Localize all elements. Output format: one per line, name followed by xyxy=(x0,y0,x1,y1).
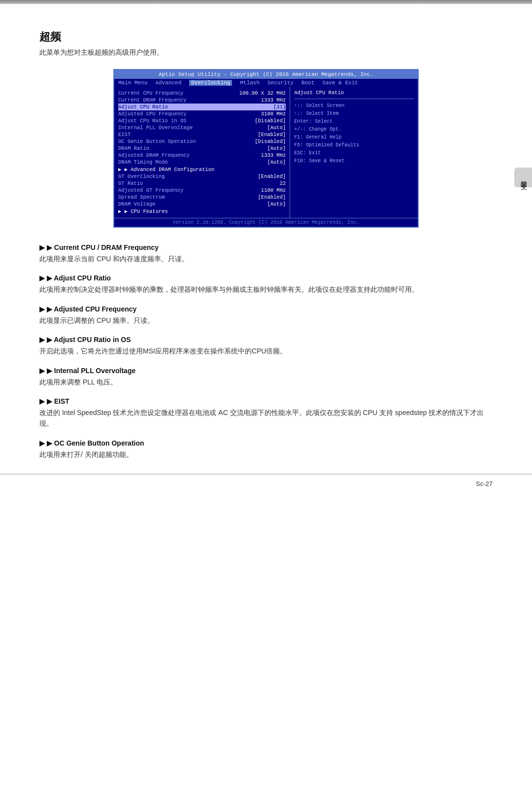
bios-row-value: [Auto] xyxy=(267,125,286,131)
bios-row-value: 1333 MHz xyxy=(261,152,286,158)
nav-advanced: Advanced xyxy=(155,80,181,86)
bios-row-label: ▶ CPU Features xyxy=(118,208,168,214)
section-body-oc-genie: 此项用来打开/ 关闭超频功能。 xyxy=(39,449,493,460)
key-help-line: ↑↓: Select Item xyxy=(294,110,414,118)
key-help-line: +/-: Change Opt. xyxy=(294,126,414,134)
bios-row: Current CPU Frequency100.00 X 32 MHz xyxy=(118,90,286,97)
bios-row-value: [Auto] xyxy=(267,145,286,151)
bios-row: ▶ CPU Features xyxy=(118,208,286,215)
bios-nav: Main Menu Advanced Overclocking Mtlash S… xyxy=(114,79,418,87)
section-adjusted-cpu-frequency: ▶ Adjusted CPU Frequency此项显示已调整的 CPU 频率。… xyxy=(39,305,493,326)
bios-row: Adjust CPU Ratio in OS[Disabled] xyxy=(118,117,286,124)
bios-row: EIST[Enabled] xyxy=(118,131,286,138)
bios-row-label: Adjusted DRAM Frequency xyxy=(118,152,190,158)
section-title-adjusted-cpu-frequency: ▶ Adjusted CPU Frequency xyxy=(39,305,493,313)
section-body-adjust-cpu-ratio-os: 开启此选项，它将允许您通过使用MSI应用程序来改变在操作系统中的CPU倍频。 xyxy=(39,346,493,356)
key-help-line: ESC: Exit xyxy=(294,149,414,157)
bios-row: DRAM Timing Mode[Auto] xyxy=(118,159,286,166)
bios-row-value: [Disabled] xyxy=(255,139,286,144)
bios-row: Current DRAM Frequency1333 MHz xyxy=(118,97,286,104)
bios-row-value: [31] xyxy=(273,104,286,110)
bios-row-value: [Auto] xyxy=(267,201,286,207)
bios-row-label: ▶ Advanced DRAM Configuration xyxy=(118,166,214,173)
bios-footer: Version 2.10.1208, Copyright (C) 2010 Am… xyxy=(114,218,418,227)
bios-right-panel: Adjust CPU Ratio ↑↓: Select Screen↑↓: Se… xyxy=(290,87,418,218)
section-adjust-cpu-ratio-os: ▶ Adjust CPU Ratio in OS开启此选项，它将允许您通过使用M… xyxy=(39,336,493,356)
key-help-line: ↑↓: Select Screen xyxy=(294,102,414,110)
bios-row: GT Ratio22 xyxy=(118,180,286,187)
section-title-oc-genie: ▶ OC Genie Button Operation xyxy=(39,439,493,447)
bios-row-label: DRAM Voltage xyxy=(118,201,156,207)
section-adjust-cpu-ratio: ▶ Adjust CPU Ratio此项用来控制决定处理器时钟频率的乘数，处理器… xyxy=(39,274,493,295)
section-title-adjust-cpu-ratio: ▶ Adjust CPU Ratio xyxy=(39,274,493,282)
key-help-line: F1: General Help xyxy=(294,134,414,141)
side-tab: 繁體中文 xyxy=(514,168,532,187)
bios-row-label: GT OverClocking xyxy=(118,173,165,179)
bios-row: DRAM Voltage[Auto] xyxy=(118,201,286,208)
page-subtitle: 此菜单为想对主板超频的高级用户使用。 xyxy=(39,48,493,57)
section-internal-pll: ▶ Internal PLL Overvoltage此项用来调整 PLL 电压。 xyxy=(39,367,493,387)
bios-row-value: 1333 MHz xyxy=(261,97,286,103)
bios-row-label: Adjust CPU Ratio xyxy=(118,104,168,110)
bios-row: Adjusted CPU Frequency3100 MHz xyxy=(118,110,286,117)
bottom-bar xyxy=(0,474,532,475)
bios-row: ▶ Advanced DRAM Configuration xyxy=(118,166,286,173)
bios-row-label: EIST xyxy=(118,132,131,138)
page-number: Sc-27 xyxy=(476,480,493,487)
bios-row-value: [Disabled] xyxy=(255,118,286,124)
bios-row: Spread Spectrum[Enabled] xyxy=(118,194,286,201)
nav-security: Security xyxy=(267,80,294,86)
bios-row: Adjust CPU Ratio[31] xyxy=(118,104,286,110)
bios-row: Internal PLL Overvoltage[Auto] xyxy=(118,124,286,131)
bios-rows: Current CPU Frequency100.00 X 32 MHzCurr… xyxy=(118,90,286,215)
key-help-line: F10: Save & Reset xyxy=(294,157,414,165)
section-body-eist: 改进的 Intel SpeedStep 技术允许您设定微处理器在电池或 AC 交… xyxy=(39,407,493,429)
bios-row-label: OC Genie Button Operation xyxy=(118,139,196,144)
key-help-line: Enter: Select xyxy=(294,118,414,126)
nav-overclocking: Overclocking xyxy=(189,80,232,86)
section-body-current-cpu-dram: 此项用来显示当前 CPU 和内存速度频率。只读。 xyxy=(39,253,493,264)
page-title: 超频 xyxy=(39,30,493,44)
nav-mtlash: Mtlash xyxy=(240,80,260,86)
bios-row-label: Current DRAM Frequency xyxy=(118,97,187,103)
bios-row-label: DRAM Timing Mode xyxy=(118,159,168,165)
bios-key-help: ↑↓: Select Screen↑↓: Select ItemEnter: S… xyxy=(294,102,414,165)
section-current-cpu-dram: ▶ Current CPU / DRAM Frequency此项用来显示当前 C… xyxy=(39,243,493,264)
section-body-adjust-cpu-ratio: 此项用来控制决定处理器时钟频率的乘数，处理器时钟频率与外频或主板时钟频率有关。此… xyxy=(39,284,493,295)
bios-row-value: 100.00 X 32 MHz xyxy=(239,90,286,96)
nav-boot: Boot xyxy=(301,80,314,86)
section-eist: ▶ EIST改进的 Intel SpeedStep 技术允许您设定微处理器在电池… xyxy=(39,397,493,429)
bios-screenshot: Aptio Setup Utility - Copyright (C) 2010… xyxy=(113,69,419,228)
bios-row-value: 3100 MHz xyxy=(261,111,286,117)
section-oc-genie: ▶ OC Genie Button Operation此项用来打开/ 关闭超频功… xyxy=(39,439,493,460)
bios-row-label: Current CPU Frequency xyxy=(118,90,183,96)
section-title-eist: ▶ EIST xyxy=(39,397,493,405)
bios-row: OC Genie Button Operation[Disabled] xyxy=(118,138,286,145)
bios-row-label: Internal PLL Overvoltage xyxy=(118,125,193,131)
bios-row: DRAM Ratio[Auto] xyxy=(118,145,286,152)
bios-left-panel: Current CPU Frequency100.00 X 32 MHzCurr… xyxy=(114,87,290,218)
bios-header: Aptio Setup Utility - Copyright (C) 2010… xyxy=(114,70,418,79)
bios-body: Current CPU Frequency100.00 X 32 MHzCurr… xyxy=(114,87,418,218)
bios-row: GT OverClocking[Enabled] xyxy=(118,173,286,180)
bios-row-value: [Enabled] xyxy=(258,132,286,138)
bios-help-title: Adjust CPU Ratio xyxy=(294,90,414,96)
section-title-internal-pll: ▶ Internal PLL Overvoltage xyxy=(39,367,493,375)
bios-row: Adjusted DRAM Frequency1333 MHz xyxy=(118,152,286,159)
bios-row-value: [Enabled] xyxy=(258,194,286,200)
bios-row-label: GT Ratio xyxy=(118,180,143,186)
bios-row: Adjusted GT Frequency1100 MHz xyxy=(118,187,286,194)
bios-row-value: 1100 MHz xyxy=(261,187,286,193)
bios-row-label: Adjusted GT Frequency xyxy=(118,187,183,193)
bios-row-value: [Enabled] xyxy=(258,173,286,179)
bios-row-label: DRAM Ratio xyxy=(118,145,149,151)
section-title-adjust-cpu-ratio-os: ▶ Adjust CPU Ratio in OS xyxy=(39,336,493,344)
bios-row-label: Spread Spectrum xyxy=(118,194,165,200)
bios-row-label: Adjust CPU Ratio in OS xyxy=(118,118,187,124)
sections-container: ▶ Current CPU / DRAM Frequency此项用来显示当前 C… xyxy=(39,243,493,460)
section-body-internal-pll: 此项用来调整 PLL 电压。 xyxy=(39,377,493,387)
bios-divider xyxy=(294,99,414,99)
bios-row-value: [Auto] xyxy=(267,159,286,165)
nav-main: Main Menu xyxy=(118,80,147,86)
nav-save-exit: Save & Exit xyxy=(322,80,358,86)
